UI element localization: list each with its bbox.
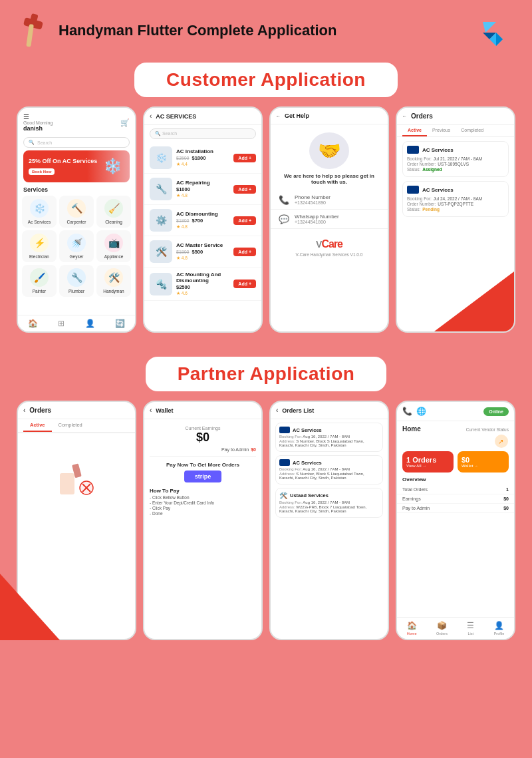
hamburger-icon[interactable]: ☰ xyxy=(23,113,53,120)
booking-row: Booking For: Aug 16, 2022 / 7AM - 8AM xyxy=(279,500,379,504)
back-icon[interactable]: ‹ xyxy=(150,407,152,414)
ps2-header: ‹ Wallet xyxy=(144,402,261,419)
list-item[interactable]: 📺 Appliance xyxy=(96,230,131,262)
booking-label: Booking For: xyxy=(407,196,432,201)
list-icon: ☰ xyxy=(467,621,474,630)
address-label: Address: xyxy=(279,505,296,509)
cs1-search-bar[interactable]: 🔍 Search xyxy=(23,137,130,148)
partner-label-wrap: Partner Application xyxy=(0,357,532,391)
back-icon[interactable]: ‹ xyxy=(23,407,25,414)
cs1-header: ☰ Good Morning danish 🛒 xyxy=(18,108,135,134)
tab-active[interactable]: Active xyxy=(23,419,52,432)
order-name: AC Services xyxy=(422,187,454,193)
cart-icon[interactable]: 🛒 xyxy=(120,118,130,127)
tab-active[interactable]: Active xyxy=(402,125,427,136)
svg-marker-3 xyxy=(483,22,496,33)
cs1-left: ☰ Good Morning danish xyxy=(23,113,53,132)
profile-nav-item[interactable]: 👤 Profile xyxy=(494,621,505,636)
rating: ★ 4.8 xyxy=(176,224,229,230)
order-num-label: Order Number: xyxy=(407,202,436,206)
svg-rect-2 xyxy=(26,24,34,47)
profile-nav-icon[interactable]: 👤 xyxy=(85,319,95,328)
order-name: AC Services xyxy=(422,147,454,153)
profile-icon: 👤 xyxy=(494,621,504,630)
booking-row: Booking For: Aug 16, 2022 / 7AM - 8AM xyxy=(279,467,379,471)
cs1-book-now-btn[interactable]: Book Now xyxy=(29,168,55,175)
globe-icon[interactable]: 🌐 xyxy=(416,407,426,416)
wallet-card[interactable]: $0 Wallet → xyxy=(458,451,509,473)
price-row: $1800 $700 xyxy=(176,218,229,224)
step-3: - Click Pay xyxy=(150,506,256,510)
orders-nav-item[interactable]: 📦 Orders xyxy=(436,621,448,636)
back-icon[interactable]: ‹ xyxy=(150,112,152,120)
list-nav-item[interactable]: ☰ List xyxy=(467,621,474,636)
list-item[interactable]: 🛠️ Handyman xyxy=(96,265,131,297)
add-button[interactable]: Add + xyxy=(233,216,256,225)
home-nav-label: Home xyxy=(407,632,417,636)
whatsapp-contact-item[interactable]: 💬 Whatsapp Number +13244541800 xyxy=(271,210,388,229)
add-button[interactable]: Add + xyxy=(233,280,256,288)
add-button[interactable]: Add + xyxy=(233,154,256,162)
list-item[interactable]: 🔧 Plumber xyxy=(59,265,94,297)
orders-card[interactable]: 1 Orders View All → xyxy=(402,451,454,473)
whatsapp-label: Whatsapp Number xyxy=(295,214,339,220)
order-status-row: Status: Pending xyxy=(407,207,504,212)
ps4-home-row: Home Current Vendor Status xyxy=(397,421,514,434)
stripe-button[interactable]: stripe xyxy=(184,471,222,482)
order-header: AC Services xyxy=(407,146,504,154)
online-status-btn[interactable]: Online xyxy=(483,407,509,416)
phone-contact-item[interactable]: 📞 Phone Number +13244541890 xyxy=(271,190,388,210)
ps2-earnings: Current Earnings $0 xyxy=(144,419,261,447)
header: Handyman Flutter Complete Application xyxy=(0,0,532,56)
list-item[interactable]: ⚡ Electrician xyxy=(22,230,57,262)
service-name: Carpenter xyxy=(67,220,86,224)
list-item[interactable]: 🔨 Carpenter xyxy=(59,196,94,228)
pay-admin-label: Pay to Admin xyxy=(402,506,430,510)
tab-completed[interactable]: Completed xyxy=(456,125,489,136)
refresh-nav-icon[interactable]: 🔄 xyxy=(115,319,125,328)
cs2-services-list: ❄️ AC Installation $2500 $1800 ★ 4.4 Add… xyxy=(144,142,261,301)
phone-label: Phone Number xyxy=(295,194,331,200)
list-item[interactable]: 🧹 Cleaning xyxy=(96,196,131,228)
home-nav-icon[interactable]: 🏠 xyxy=(28,319,38,328)
service-img: ⚙️ xyxy=(150,209,172,232)
address-row: Address: S Number, Block S Liaquatabad T… xyxy=(279,472,379,480)
list-item[interactable]: 🖌️ Painter xyxy=(22,265,57,297)
service-name: AC Dismounting xyxy=(176,211,229,217)
partner-screen-home: 📞 🌐 Online Home Current Vendor Status ↗ … xyxy=(396,401,515,640)
ps2-section-label: Pay Now To Get More Orders xyxy=(144,462,261,468)
customer-screen-ac-services: ‹ AC SERVICES 🔍 Search ❄️ AC Installatio… xyxy=(143,106,263,333)
phone-icon[interactable]: 📞 xyxy=(402,407,412,416)
partner-screen-orders: ‹ Orders Active Completed xyxy=(17,401,136,640)
home-nav-item[interactable]: 🏠 Home xyxy=(407,621,417,636)
tab-previous[interactable]: Previous xyxy=(427,125,456,136)
order-flag xyxy=(407,146,419,154)
cs4-header: ← Orders xyxy=(397,108,514,125)
ps3-header: ‹ Orders List xyxy=(271,402,388,419)
back-icon[interactable]: ‹ xyxy=(276,407,278,414)
pay-value: $0 xyxy=(251,447,256,452)
red-decoration xyxy=(434,272,514,331)
back-icon[interactable]: ← xyxy=(402,114,407,118)
tab-completed[interactable]: Completed xyxy=(52,419,89,432)
service-name: Cleaning xyxy=(105,220,122,224)
list-item[interactable]: ❄️ Ac Services xyxy=(22,196,57,228)
list-item[interactable]: 🚿 Geyser xyxy=(59,230,94,262)
cs1-bottom-nav: 🏠 ⊞ 👤 🔄 xyxy=(18,315,135,331)
divider xyxy=(150,456,256,457)
order-card-2: AC Services Booking For: Jul 24, 2022 / … xyxy=(402,181,509,217)
earnings-label: Current Earnings xyxy=(144,426,261,431)
add-button[interactable]: Add + xyxy=(233,248,256,256)
back-icon[interactable]: ← xyxy=(276,114,281,118)
cs3-header: ← Get Help xyxy=(271,108,388,124)
partner-order-card-2: AC Services Booking For: Aug 16, 2022 / … xyxy=(275,455,383,484)
service-name: Ac Services xyxy=(28,220,51,224)
cs2-search[interactable]: 🔍 Search xyxy=(150,128,256,139)
total-orders-val: 1 xyxy=(506,487,509,492)
service-icon: 🚿 xyxy=(67,234,86,252)
add-button[interactable]: Add + xyxy=(233,185,256,194)
service-name: Electrician xyxy=(29,254,49,259)
category-nav-icon[interactable]: ⊞ xyxy=(58,319,65,328)
partner-order-card-3: 🛠️ Ustaad Services Booking For: Aug 16, … xyxy=(275,488,383,518)
ps4-bottom-nav: 🏠 Home 📦 Orders ☰ List 👤 Profile xyxy=(397,617,514,639)
